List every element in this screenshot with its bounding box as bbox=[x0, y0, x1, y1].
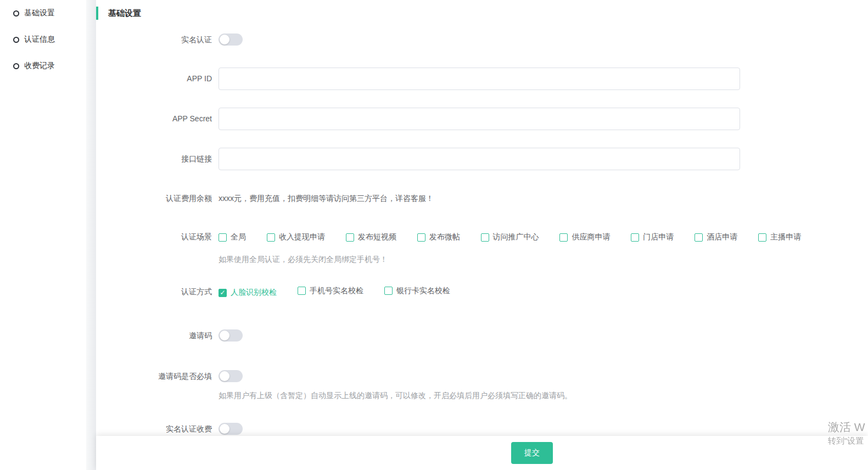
realname-fee-label: 实名认证收费 bbox=[96, 423, 219, 435]
checkbox-label: 银行卡实名校检 bbox=[396, 286, 450, 296]
checkbox-anchor-apply[interactable]: ✓ 主播申请 bbox=[758, 232, 801, 242]
checkbox-visit-promo-center[interactable]: ✓ 访问推广中心 bbox=[481, 232, 539, 242]
realname-fee-toggle[interactable] bbox=[219, 423, 243, 435]
checkbox-label: 供应商申请 bbox=[572, 232, 610, 242]
sidebar-item-charge-records[interactable]: 收费记录 bbox=[13, 60, 86, 71]
checkbox-bankcard-realname[interactable]: ✓ 银行卡实名校检 bbox=[384, 286, 450, 296]
checkbox-icon: ✓ bbox=[267, 233, 275, 242]
checkbox-supplier-apply[interactable]: ✓ 供应商申请 bbox=[559, 232, 610, 242]
sidebar-item-label: 收费记录 bbox=[24, 61, 55, 71]
realname-fee-row: 实名认证收费 bbox=[96, 423, 868, 435]
circle-icon bbox=[13, 63, 19, 69]
checkbox-icon: ✓ bbox=[417, 233, 425, 242]
app-secret-label: APP Secret bbox=[96, 108, 219, 130]
checkbox-icon: ✓ bbox=[481, 233, 489, 242]
auth-scene-row: 认证场景 ✓ 全局 ✓ 收入提现申请 ✓ 发布短视频 ✓ 发布微帖 bbox=[96, 232, 868, 265]
api-link-label: 接口链接 bbox=[96, 148, 219, 170]
checkbox-icon: ✓ bbox=[758, 233, 766, 242]
invite-code-required-toggle[interactable] bbox=[219, 370, 243, 382]
app-id-row: APP ID bbox=[96, 68, 868, 90]
auth-method-label: 认证方式 bbox=[96, 287, 219, 296]
invite-code-label: 邀请码 bbox=[96, 329, 219, 342]
checkbox-income-withdraw[interactable]: ✓ 收入提现申请 bbox=[267, 232, 325, 242]
checkbox-icon: ✓ bbox=[219, 233, 227, 242]
submit-button[interactable]: 提交 bbox=[511, 442, 553, 464]
app-secret-row: APP Secret bbox=[96, 108, 868, 130]
checkbox-icon: ✓ bbox=[695, 233, 703, 242]
api-link-input[interactable] bbox=[219, 148, 740, 170]
sidebar: 基础设置 认证信息 收费记录 bbox=[0, 0, 86, 470]
auth-scene-options: ✓ 全局 ✓ 收入提现申请 ✓ 发布短视频 ✓ 发布微帖 ✓ 访问推广中心 bbox=[219, 232, 868, 243]
checkbox-publish-short-video[interactable]: ✓ 发布短视频 bbox=[346, 232, 396, 242]
app-id-label: APP ID bbox=[96, 68, 219, 90]
page-title: 基础设置 bbox=[96, 7, 868, 20]
auth-method-row: 认证方式 ✓ 人脸识别校检 ✓ 手机号实名校检 ✓ 银行卡实名校检 bbox=[96, 286, 868, 298]
checkbox-icon: ✓ bbox=[559, 233, 568, 242]
checkbox-label: 主播申请 bbox=[770, 232, 801, 242]
auth-scene-label: 认证场景 bbox=[96, 232, 219, 242]
sidebar-item-label: 认证信息 bbox=[24, 35, 55, 44]
check-icon: ✓ bbox=[220, 289, 225, 296]
checkbox-icon: ✓ bbox=[219, 289, 227, 297]
sidebar-divider bbox=[86, 0, 96, 470]
checkbox-label: 全局 bbox=[231, 232, 246, 242]
circle-icon bbox=[13, 37, 19, 43]
toggle-knob bbox=[220, 371, 229, 381]
auth-fee-balance-label: 认证费用余额 bbox=[96, 194, 219, 204]
checkbox-face-recognition[interactable]: ✓ 人脸识别校检 bbox=[219, 288, 277, 298]
checkbox-publish-micro-post[interactable]: ✓ 发布微帖 bbox=[417, 232, 460, 242]
toggle-knob bbox=[220, 424, 229, 434]
checkbox-label: 人脸识别校检 bbox=[231, 288, 277, 298]
realname-auth-label: 实名认证 bbox=[96, 33, 219, 46]
checkbox-icon: ✓ bbox=[631, 233, 639, 242]
invite-code-row: 邀请码 bbox=[96, 329, 868, 342]
auth-fee-balance-row: 认证费用余额 xxxx元，费用充值，扣费明细等请访问第三方平台，详咨客服！ bbox=[96, 194, 868, 204]
toggle-knob bbox=[220, 331, 229, 340]
checkbox-label: 酒店申请 bbox=[707, 232, 737, 242]
checkbox-hotel-apply[interactable]: ✓ 酒店申请 bbox=[695, 232, 737, 242]
sidebar-item-auth-info[interactable]: 认证信息 bbox=[13, 34, 86, 45]
checkbox-phone-realname[interactable]: ✓ 手机号实名校检 bbox=[298, 286, 363, 296]
api-link-row: 接口链接 bbox=[96, 148, 868, 170]
checkbox-label: 收入提现申请 bbox=[279, 232, 325, 242]
realname-auth-row: 实名认证 bbox=[96, 33, 868, 46]
checkbox-icon: ✓ bbox=[384, 287, 393, 295]
invite-code-required-help: 如果用户有上级（含暂定）自动显示上线的邀请码，可以修改，开启必填后用户必须填写正… bbox=[219, 391, 868, 401]
checkbox-store-apply[interactable]: ✓ 门店申请 bbox=[631, 232, 674, 242]
sidebar-item-label: 基础设置 bbox=[24, 8, 55, 18]
checkbox-global[interactable]: ✓ 全局 bbox=[219, 232, 246, 242]
invite-code-toggle[interactable] bbox=[219, 329, 243, 342]
checkbox-label: 访问推广中心 bbox=[493, 232, 539, 242]
checkbox-label: 门店申请 bbox=[643, 232, 674, 242]
checkbox-label: 手机号实名校检 bbox=[310, 286, 363, 296]
toggle-knob bbox=[220, 35, 229, 44]
checkbox-label: 发布短视频 bbox=[358, 232, 396, 242]
sidebar-item-basic-settings[interactable]: 基础设置 bbox=[13, 8, 86, 19]
app-secret-input[interactable] bbox=[219, 108, 740, 130]
auth-fee-balance-value: xxxx元，费用充值，扣费明细等请访问第三方平台，详咨客服！ bbox=[219, 194, 434, 203]
invite-code-required-row: 邀请码是否必填 如果用户有上级（含暂定）自动显示上线的邀请码，可以修改，开启必填… bbox=[96, 370, 868, 401]
settings-panel: 基础设置 实名认证 APP ID APP Secret 接口链接 认证费用余额 … bbox=[96, 0, 868, 470]
checkbox-icon: ✓ bbox=[346, 233, 354, 242]
form-footer: 提交 bbox=[96, 436, 868, 470]
auth-scene-help: 如果使用全局认证，必须先关闭全局绑定手机号！ bbox=[219, 255, 868, 265]
realname-auth-toggle[interactable] bbox=[219, 33, 243, 46]
checkbox-label: 发布微帖 bbox=[429, 232, 460, 242]
circle-icon bbox=[13, 10, 19, 16]
invite-code-required-label: 邀请码是否必填 bbox=[96, 370, 219, 382]
checkbox-icon: ✓ bbox=[298, 287, 306, 295]
app-id-input[interactable] bbox=[219, 68, 740, 90]
